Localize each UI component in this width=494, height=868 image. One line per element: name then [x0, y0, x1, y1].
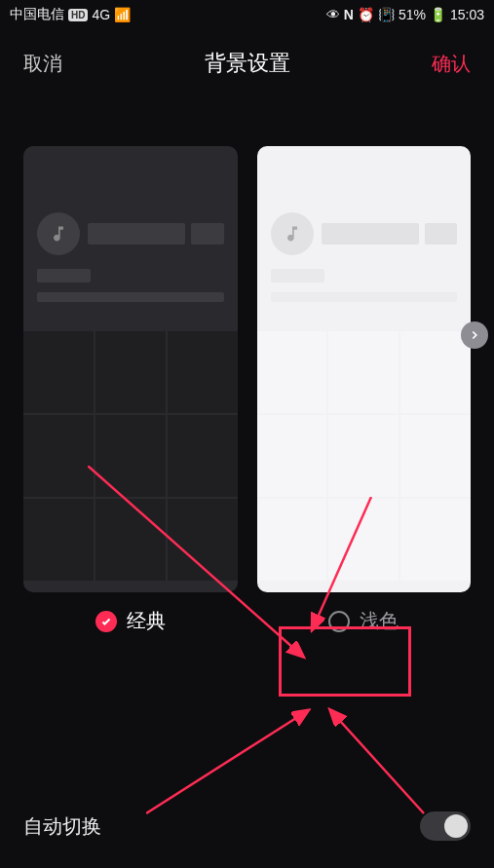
header: 取消 背景设置 确认	[0, 29, 494, 78]
theme-card-classic[interactable]	[23, 146, 238, 592]
preview-bar	[425, 223, 457, 245]
preview-profile-row	[23, 146, 238, 255]
annotation-highlight-box	[279, 626, 411, 697]
eye-icon: 👁	[326, 7, 340, 22]
cancel-button[interactable]: 取消	[23, 51, 62, 77]
theme-label-text: 经典	[127, 608, 166, 634]
check-icon	[100, 616, 112, 627]
grid-cell	[257, 415, 327, 497]
preview-sub-bar	[37, 269, 91, 283]
alarm-icon: ⏰	[358, 7, 374, 22]
annotation-arrow	[146, 701, 322, 818]
preview-bar	[322, 223, 419, 245]
auto-switch-toggle[interactable]	[420, 811, 471, 841]
confirm-button[interactable]: 确认	[432, 51, 471, 77]
annotation-arrow	[322, 701, 429, 818]
status-left: 中国电信 HD 4G 📶	[10, 6, 131, 23]
hd-badge: HD	[68, 9, 88, 21]
grid-cell	[328, 331, 399, 413]
preview-bar	[88, 223, 185, 245]
music-note-icon	[49, 224, 68, 244]
grid-cell	[400, 415, 471, 497]
status-right: 👁 N ⏰ 📳 51% 🔋 15:03	[326, 7, 484, 22]
avatar-placeholder	[37, 212, 80, 255]
preview-long-bar	[37, 292, 224, 302]
preview-long-bar	[271, 292, 458, 302]
theme-option-classic[interactable]: 经典	[23, 608, 238, 634]
grid-cell	[95, 331, 166, 413]
grid-cell	[328, 499, 399, 581]
grid-cell	[257, 499, 327, 581]
grid-cell	[328, 415, 399, 497]
preview-grid	[23, 331, 238, 581]
svg-line-2	[146, 711, 307, 813]
theme-label-text: 浅色	[360, 608, 399, 634]
preview-grid	[257, 331, 472, 581]
nfc-icon: N	[344, 7, 354, 22]
theme-option-light[interactable]: 浅色	[257, 608, 472, 634]
battery-percent: 51%	[399, 7, 426, 22]
theme-card-light[interactable]	[257, 146, 472, 592]
avatar-placeholder	[271, 212, 314, 255]
preview-lines	[88, 223, 224, 245]
preview-sub-bar	[271, 269, 324, 283]
auto-switch-row: 自动切换	[0, 811, 494, 841]
music-note-icon	[283, 224, 302, 244]
signal-icon: 📶	[114, 7, 131, 22]
theme-labels: 经典 浅色	[0, 592, 494, 634]
radio-checked-icon	[95, 611, 117, 632]
chevron-right-icon	[468, 328, 481, 342]
switch-knob	[444, 814, 468, 838]
theme-cards	[0, 78, 494, 592]
grid-cell	[257, 331, 327, 413]
radio-unchecked-icon	[328, 611, 350, 632]
network-label: 4G	[92, 7, 110, 22]
svg-line-3	[331, 711, 424, 813]
time-label: 15:03	[450, 7, 484, 22]
vibrate-icon: 📳	[378, 7, 395, 22]
next-theme-button[interactable]	[461, 321, 488, 349]
grid-cell	[168, 331, 238, 413]
grid-cell	[95, 415, 166, 497]
battery-icon: 🔋	[430, 7, 446, 22]
preview-profile-row	[257, 146, 472, 255]
status-bar: 中国电信 HD 4G 📶 👁 N ⏰ 📳 51% 🔋 15:03	[0, 0, 494, 29]
page-title: 背景设置	[205, 49, 290, 78]
grid-cell	[168, 415, 238, 497]
grid-cell	[168, 499, 238, 581]
carrier-label: 中国电信	[10, 6, 64, 23]
grid-cell	[23, 415, 94, 497]
grid-cell	[400, 331, 471, 413]
grid-cell	[400, 499, 471, 581]
auto-switch-label: 自动切换	[23, 813, 101, 840]
grid-cell	[23, 331, 94, 413]
preview-lines	[322, 223, 458, 245]
preview-bar	[191, 223, 223, 245]
grid-cell	[23, 499, 94, 581]
grid-cell	[95, 499, 166, 581]
